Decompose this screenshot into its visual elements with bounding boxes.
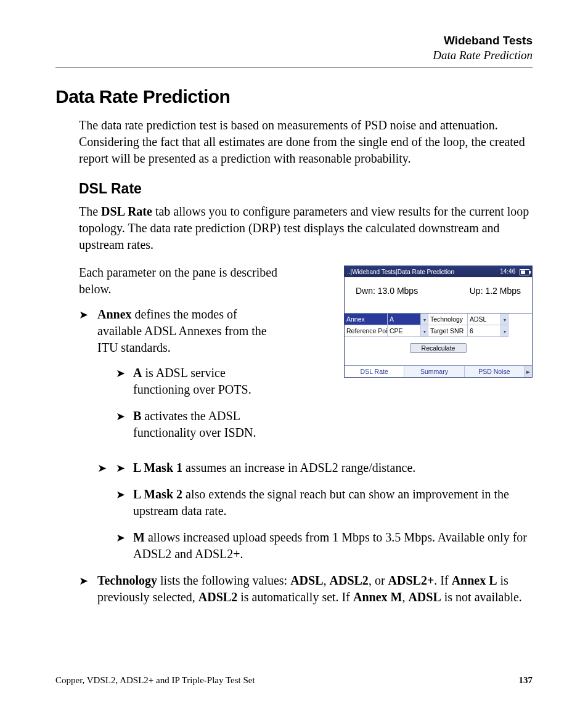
tab-psd-noise[interactable]: PSD Noise [465,366,525,377]
downstream-rate: Dwn: 13.0 Mbps [356,286,418,296]
text: assumes an increase in ADSL2 range/dista… [182,461,415,474]
page-number: 137 [519,675,533,686]
device-clock: 14:46 [500,268,515,275]
battery-icon [520,269,529,275]
text-bold: Annex [97,307,132,321]
text-bold: A [133,366,142,379]
text: also extends the signal reach but can sh… [133,487,509,517]
tab-summary[interactable]: Summary [404,366,464,377]
list-item-lmask1: L Mask 1 assumes an increase in ADSL2 ra… [116,460,533,476]
list-item-annex-a: A is ADSL service functioning over POTS. [116,365,282,398]
reference-point-label: Reference Point [345,325,388,337]
target-snr-value[interactable]: 6 [468,325,501,337]
text-bold: B [133,409,141,423]
list-item-annex: Annex defines the modes of available ADS… [79,306,282,441]
tab-scroll-right-icon[interactable]: ▸ [525,366,532,377]
text-bold: Annex M [353,590,402,604]
text: is automatically set. If [237,590,353,604]
text: The [79,205,101,218]
recalculate-button[interactable]: Recalculate [410,343,467,353]
text: , or [369,574,388,587]
list-item-m: M allows increased upload speeds from 1 … [116,529,533,562]
text: lists the following values: [157,574,290,587]
text: , [402,590,408,604]
text-bold: L Mask 2 [133,487,182,501]
text-bold: ADSL2 [330,574,369,587]
device-breadcrumb: ..|Wideband Tests|Data Rate Prediction [347,269,454,275]
annex-value[interactable]: A [388,314,421,325]
annex-label: Annex [345,314,388,325]
annex-dropdown-icon[interactable] [421,314,428,325]
list-item-lmask2: L Mask 2 also extends the signal reach b… [116,486,533,519]
reference-point-value[interactable]: CPE [388,325,421,337]
device-screenshot: ..|Wideband Tests|Data Rate Prediction 1… [344,266,533,378]
text: allows increased upload speeds from 1 Mb… [133,530,527,561]
technology-label: Technology [428,314,468,325]
technology-value[interactable]: ADSL [468,314,501,325]
chapter-title: Wideband Tests [55,34,533,47]
text-bold: Annex L [452,574,497,587]
dsl-rate-paragraph-1: The DSL Rate tab allows you to configure… [79,203,533,253]
text-bold: ADSL2 [198,590,237,604]
list-item-technology: Technology lists the following values: A… [79,572,533,606]
page-title: Data Rate Prediction [55,86,533,107]
breadcrumb-section: Data Rate Prediction [55,49,533,62]
dsl-rate-heading: DSL Rate [79,181,533,197]
header-rule [55,67,533,68]
text-bold: Technology [97,574,157,587]
text: , [324,574,330,587]
tab-dsl-rate[interactable]: DSL Rate [345,366,404,377]
text: . If [434,574,451,587]
text-bold: ADSL [290,574,323,587]
text: activates the ADSL functionality over IS… [133,409,256,439]
upstream-rate: Up: 1.2 Mbps [470,286,521,296]
intro-paragraph: The data rate prediction test is based o… [79,117,533,167]
text-bold: ADSL2+ [388,574,435,587]
target-snr-label: Target SNR [428,325,468,337]
technology-dropdown-icon[interactable] [501,314,508,325]
reference-point-dropdown-icon[interactable] [421,325,428,337]
footer-product: Copper, VDSL2, ADSL2+ and IP Triple-Play… [55,675,255,686]
text: is not available. [441,590,522,604]
text: is ADSL service functioning over POTS. [133,366,251,396]
list-item-annex-b: B activates the ADSL functionality over … [116,408,282,441]
text-bold: L Mask 1 [133,461,182,474]
target-snr-stepper-icon[interactable] [501,325,508,337]
text-bold: ADSL [408,590,441,604]
text-bold: DSL Rate [101,205,152,218]
dsl-rate-paragraph-2: Each parameter on the pane is described … [79,264,282,298]
text-bold: M [133,530,145,544]
